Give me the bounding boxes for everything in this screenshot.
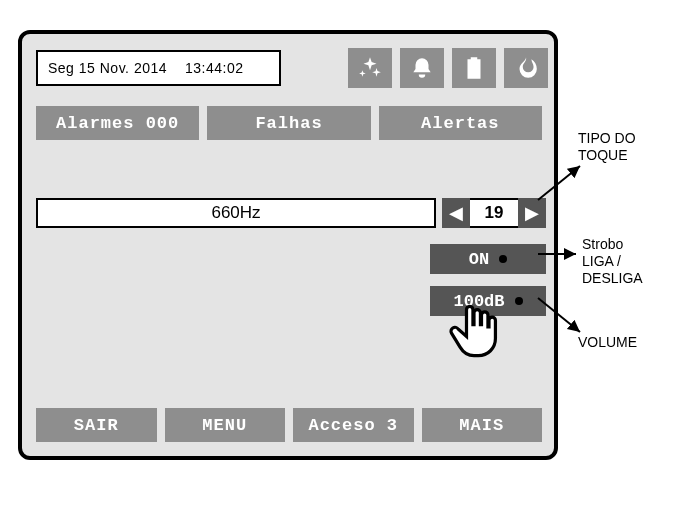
faults-tab[interactable]: Falhas	[207, 106, 370, 140]
strobe-indicator-dot	[499, 255, 507, 263]
device-screen: Seg 15 Nov. 2014 13:44:02 Alarmes 000 Fa…	[18, 30, 558, 460]
tone-frequency-field: 660Hz	[36, 198, 436, 228]
annotation-strobe: Strobo LIGA / DESLIGA	[582, 236, 643, 286]
tone-frequency-value: 660Hz	[211, 203, 260, 223]
tone-prev-button[interactable]: ◀	[442, 198, 470, 228]
menu-button[interactable]: MENU	[165, 408, 286, 442]
alerts-tab[interactable]: Alertas	[379, 106, 542, 140]
flame-icon[interactable]	[504, 48, 548, 88]
volume-button[interactable]: 100dB	[430, 286, 546, 316]
svg-line-2	[538, 298, 580, 332]
icon-bar	[348, 48, 548, 88]
time-text: 13:44:02	[185, 60, 244, 76]
exit-button[interactable]: SAIR	[36, 408, 157, 442]
annotation-arrow-strobe	[532, 248, 582, 260]
annotation-volume: VOLUME	[578, 334, 637, 351]
volume-indicator-dot	[515, 297, 523, 305]
status-tab-row: Alarmes 000 Falhas Alertas	[36, 106, 542, 140]
bottom-button-row: SAIR MENU Acceso 3 MAIS	[36, 408, 542, 442]
sparkle-icon[interactable]	[348, 48, 392, 88]
annotation-arrow-tone	[530, 160, 590, 210]
access-button[interactable]: Acceso 3	[293, 408, 414, 442]
date-text: Seg 15 Nov. 2014	[48, 60, 167, 76]
tone-index-value: 19	[470, 198, 518, 228]
strobe-toggle-button[interactable]: ON	[430, 244, 546, 274]
more-button[interactable]: MAIS	[422, 408, 543, 442]
annotation-tone-type: TIPO DO TOQUE	[578, 130, 636, 164]
bell-icon[interactable]	[400, 48, 444, 88]
datetime-field: Seg 15 Nov. 2014 13:44:02	[36, 50, 281, 86]
battery-icon[interactable]	[452, 48, 496, 88]
svg-line-0	[538, 166, 580, 200]
alarms-tab[interactable]: Alarmes 000	[36, 106, 199, 140]
